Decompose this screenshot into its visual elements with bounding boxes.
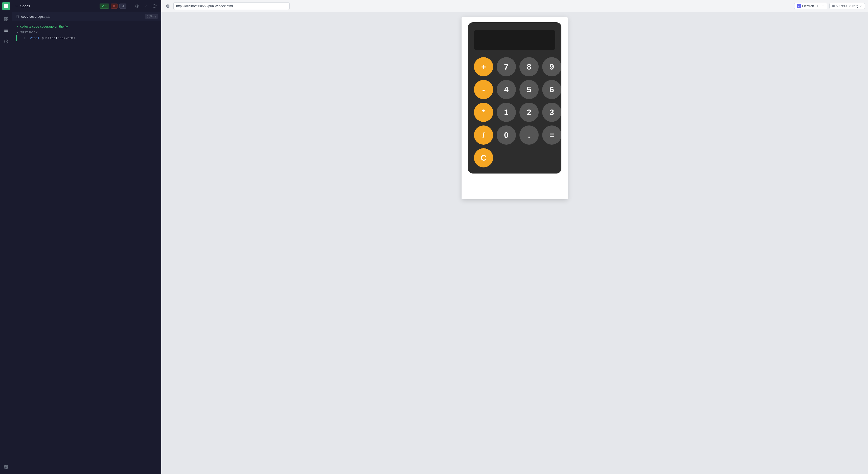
collapse-arrow-icon: ▼: [16, 31, 19, 34]
app-logo: [2, 2, 10, 10]
pass-count: 1: [105, 4, 107, 8]
browser-engine-label: Electron 118: [802, 4, 820, 8]
pending-icon: ↺: [122, 4, 124, 8]
sidebar: [0, 0, 12, 474]
pass-check-icon: ✓: [16, 25, 19, 28]
file-time: 109ms: [145, 14, 158, 19]
chevron-down-button[interactable]: [142, 3, 149, 10]
calc-btn-plus[interactable]: +: [474, 57, 493, 77]
svg-rect-1: [6, 4, 8, 6]
top-bar-controls: [134, 3, 158, 10]
page-title: Specs: [15, 4, 30, 8]
test-section-label: TEST BODY: [21, 31, 38, 34]
test-command-item: 1 visit public/index.html: [16, 35, 161, 41]
svg-point-18: [137, 6, 138, 7]
svg-rect-6: [6, 20, 8, 21]
status-badges: ✓ 1 ✕ ↺: [100, 4, 130, 9]
calc-btn-1[interactable]: 1: [497, 103, 516, 122]
eye-button[interactable]: [134, 3, 141, 10]
engine-chevron-down-icon: [822, 5, 825, 8]
calc-btn-9[interactable]: 9: [542, 57, 561, 77]
electron-icon: e: [797, 4, 801, 8]
calc-btn-6[interactable]: 6: [542, 80, 561, 99]
calc-btn-2[interactable]: 2: [520, 103, 539, 122]
line-number: 1: [24, 36, 28, 40]
fail-badge: ✕: [111, 4, 118, 9]
security-icon: [164, 3, 172, 10]
calculator-display: [474, 30, 555, 50]
svg-rect-5: [6, 18, 8, 19]
globe-icon: [166, 4, 169, 8]
top-bar: Specs ✓ 1 ✕ ↺: [12, 0, 161, 12]
command-arg: public/index.html: [42, 36, 75, 40]
settings-icon: [4, 465, 8, 469]
sidebar-item-specs[interactable]: [2, 26, 11, 35]
calc-btn-4[interactable]: 4: [497, 80, 516, 99]
pass-badge: ✓ 1: [100, 4, 109, 9]
left-panel: Specs ✓ 1 ✕ ↺: [12, 0, 161, 474]
calc-btn-3[interactable]: 3: [542, 103, 561, 122]
specs-icon: [4, 28, 8, 33]
svg-rect-0: [4, 4, 6, 6]
sidebar-item-dashboard[interactable]: [2, 15, 11, 24]
x-icon: ✕: [113, 4, 116, 8]
file-name: code-coverage: [21, 15, 43, 19]
calc-btn-clear[interactable]: C: [474, 148, 493, 168]
calc-btn-minus[interactable]: -: [474, 80, 493, 99]
calc-btn-equals[interactable]: =: [542, 125, 561, 145]
specs-title-icon: [15, 4, 19, 8]
svg-rect-7: [4, 20, 6, 21]
file-icon: [15, 14, 20, 19]
test-section: ▼ TEST BODY: [12, 30, 161, 35]
sidebar-item-runs[interactable]: [2, 37, 11, 46]
calc-btn-decimal[interactable]: .: [520, 125, 539, 145]
pending-badge: ↺: [119, 4, 126, 9]
sidebar-item-settings[interactable]: [2, 462, 11, 471]
command-keyword: visit: [30, 36, 40, 40]
calculator: + 7 8 9 - 4 5 6 * 1 2 3 / 0: [468, 22, 561, 174]
dashboard-icon: [4, 17, 8, 22]
svg-rect-3: [6, 6, 8, 8]
browser-preview: + 7 8 9 - 4 5 6 * 1 2 3 / 0: [462, 17, 568, 199]
file-header: code-coverage .cy.ts 109ms: [12, 12, 161, 21]
runs-icon: [4, 39, 8, 44]
page-title-text: Specs: [20, 4, 30, 8]
check-icon: ✓: [102, 4, 104, 8]
browser-engine-selector[interactable]: e Electron 118: [794, 3, 827, 9]
main-area: http://localhost:60550/public/index.html…: [161, 0, 868, 474]
document-icon: [16, 15, 19, 18]
url-bar[interactable]: http://localhost:60550/public/index.html: [174, 2, 290, 10]
viewport-selector[interactable]: ⊞ 500x900 (96%): [829, 3, 865, 9]
calc-btn-8[interactable]: 8: [520, 57, 539, 77]
svg-point-14: [5, 466, 7, 468]
refresh-icon: [152, 4, 156, 8]
chevron-down-icon: [144, 4, 148, 8]
refresh-button[interactable]: [151, 3, 158, 10]
test-results: ✓ collects code coverage on the fly ▼ TE…: [12, 21, 161, 474]
viewport-label: 500x900 (96%): [836, 4, 858, 8]
calc-btn-0[interactable]: 0: [497, 125, 516, 145]
cypress-logo-icon: [4, 4, 9, 9]
browser-bar: http://localhost:60550/public/index.html…: [161, 0, 868, 12]
calc-btn-5[interactable]: 5: [520, 80, 539, 99]
svg-rect-4: [4, 18, 6, 19]
calculator-buttons: + 7 8 9 - 4 5 6 * 1 2 3 / 0: [474, 57, 555, 168]
url-text: http://localhost:60550/public/index.html: [176, 4, 233, 8]
viewport-icon: ⊞: [832, 4, 835, 8]
svg-rect-2: [4, 6, 6, 8]
calc-btn-divide[interactable]: /: [474, 125, 493, 145]
calc-btn-7[interactable]: 7: [497, 57, 516, 77]
eye-icon: [135, 4, 139, 8]
file-ext: .cy.ts: [43, 15, 50, 19]
svg-line-13: [6, 41, 7, 42]
calc-btn-multiply[interactable]: *: [474, 103, 493, 122]
test-pass-label: collects code coverage on the fly: [20, 25, 68, 28]
test-pass-item: ✓ collects code coverage on the fly: [12, 23, 161, 30]
preview-area: + 7 8 9 - 4 5 6 * 1 2 3 / 0: [161, 12, 868, 474]
viewport-chevron-down-icon: [859, 5, 862, 8]
